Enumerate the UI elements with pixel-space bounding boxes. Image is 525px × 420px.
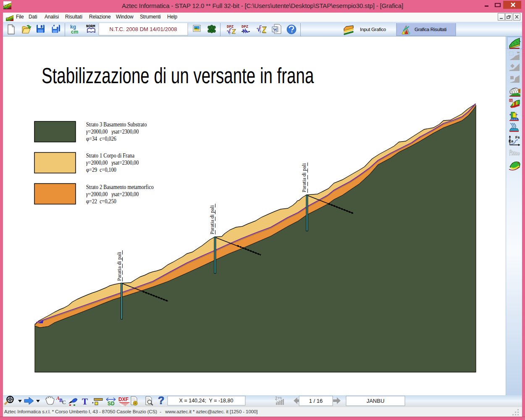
svg-text:φ=22 c=0,250: φ=22 c=0,250 [86, 198, 116, 205]
svg-text:Paratia di pali: Paratia di pali [116, 252, 122, 281]
svg-text:NORM: NORM [86, 24, 95, 29]
svg-text:Paratia di pali: Paratia di pali [301, 163, 307, 192]
svg-text:γ=2000,00 γsat=2300,00: γ=2000,00 γsat=2300,00 [86, 191, 139, 197]
svg-text:Grafica Risultati: Grafica Risultati [415, 27, 446, 32]
svg-text:Strato 2 Basamento metamorfico: Strato 2 Basamento metamorfico [86, 184, 154, 190]
svg-text:W: W [273, 27, 277, 32]
svg-text:DXF: DXF [118, 396, 129, 402]
svg-text:T: T [82, 396, 88, 407]
svg-text:γ=2000,00 γsat=2300,00: γ=2000,00 γsat=2300,00 [86, 159, 139, 166]
svg-text:Fs: Fs [515, 135, 520, 139]
svg-text:Paratia di pali: Paratia di pali [209, 205, 215, 234]
svg-text:JANBU: JANBU [367, 398, 385, 404]
svg-text:?: ? [158, 395, 164, 406]
svg-text:Input Grafico: Input Grafico [360, 27, 386, 32]
svg-text:φ=34 c=0,026: φ=34 c=0,026 [86, 135, 116, 142]
svg-text:FS: FS [278, 396, 282, 399]
svg-text:γ=2000,00 γsat=2300,00: γ=2000,00 γsat=2300,00 [86, 128, 139, 135]
svg-text:N.T.C. 2008 DM 14/01/2008: N.T.C. 2008 DM 14/01/2008 [109, 26, 177, 32]
svg-text:7: 7 [259, 30, 261, 34]
svg-text:Ea: Ea [509, 139, 514, 143]
svg-text:Stabilizzazione di un versante: Stabilizzazione di un versante in frana [42, 64, 314, 88]
svg-text:2: 2 [275, 396, 278, 401]
svg-text:SD: SD [108, 401, 115, 407]
svg-text:Strato 3 Basamento Substrato: Strato 3 Basamento Substrato [86, 121, 147, 128]
svg-text:X = 140,24; Y = -18,80: X = 140,24; Y = -18,80 [179, 398, 234, 404]
svg-text:φ=29 c=0,100: φ=29 c=0,100 [86, 166, 116, 173]
svg-text:Strato 1 Corpo di Frana: Strato 1 Corpo di Frana [86, 152, 134, 159]
svg-text:C: C [62, 399, 66, 405]
svg-text:cm: cm [71, 29, 78, 35]
svg-text:1 / 16: 1 / 16 [309, 398, 323, 404]
svg-text:DPZ: DPZ [242, 25, 248, 29]
svg-text:7: 7 [229, 32, 231, 35]
